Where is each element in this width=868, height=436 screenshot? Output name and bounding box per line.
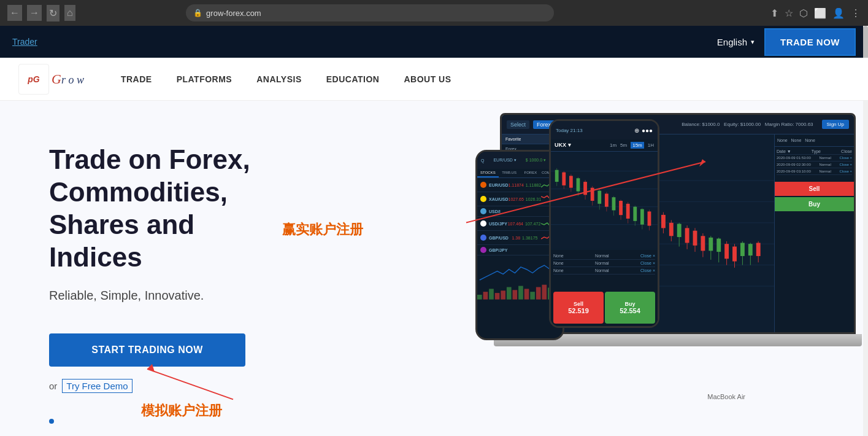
- nav-trade[interactable]: TRADE: [121, 74, 152, 84]
- tablet-mockup: Today 21:13 ⊕ ●●● UKX ▾ 1m 5m 15m 1H: [549, 119, 659, 328]
- chinese-demo-label: 模拟账户注册: [141, 402, 222, 420]
- nav-analysis[interactable]: ANALYSIS: [256, 74, 302, 84]
- svg-rect-71: [536, 287, 541, 300]
- tablet-buy-sell: Sell 52.519 Buy 52.554: [551, 289, 658, 326]
- svg-rect-37: [669, 223, 674, 236]
- svg-rect-61: [477, 295, 482, 300]
- forward-button[interactable]: →: [27, 5, 42, 21]
- svg-rect-51: [724, 244, 729, 259]
- share-icon[interactable]: ⬆: [770, 7, 778, 19]
- window-icon[interactable]: ⬜: [814, 7, 826, 19]
- trader-link[interactable]: Trader: [12, 37, 37, 47]
- svg-rect-91: [591, 188, 594, 201]
- reload-button[interactable]: ↻: [47, 5, 60, 21]
- svg-rect-41: [685, 228, 689, 243]
- current-pair: UKX ▾: [555, 142, 571, 149]
- svg-rect-45: [701, 236, 705, 251]
- right-panel: None None None Date ▼ Type Close 2020-09…: [774, 134, 854, 332]
- language-selector[interactable]: English ▾: [707, 32, 764, 52]
- tablet-buy-button[interactable]: Buy 52.554: [605, 292, 655, 324]
- hero-section: Trade on Forex, Commodities, Shares and …: [0, 101, 868, 436]
- logo-icon: pG: [18, 64, 49, 95]
- svg-rect-83: [562, 173, 566, 185]
- sign-in-btn[interactable]: Sign Up: [822, 120, 849, 129]
- star-icon[interactable]: ☆: [785, 7, 793, 19]
- url-text: grow-forex.com: [206, 9, 261, 18]
- balance-info: Balance: $1000.0 Equity: $1000.00 Margin…: [682, 122, 813, 127]
- profile-icon[interactable]: 👤: [832, 7, 845, 19]
- svg-rect-85: [569, 176, 573, 187]
- svg-rect-87: [577, 178, 580, 191]
- nav-links: TRADE PLATFORMS ANALYSIS EDUCATION ABOUT…: [121, 74, 451, 84]
- language-label: English: [717, 37, 747, 47]
- tab-stocks[interactable]: STOCKS: [477, 169, 499, 177]
- trade-now-button[interactable]: TRADE NOW: [764, 28, 856, 56]
- sell-buy-buttons: Sell Buy: [775, 182, 854, 211]
- or-text: or: [49, 381, 57, 391]
- menu-icon[interactable]: ⋮: [851, 7, 861, 19]
- svg-rect-95: [605, 193, 609, 206]
- hero-content: Trade on Forex, Commodities, Shares and …: [0, 119, 344, 417]
- svg-rect-97: [612, 197, 616, 210]
- tablet-top-bar: Today 21:13 ⊕ ●●●: [551, 121, 658, 139]
- pair-icon-gbp: [480, 235, 486, 241]
- svg-rect-62: [483, 292, 488, 299]
- svg-rect-55: [740, 243, 745, 256]
- main-nav: pG Gr o w TRADE PLATFORMS ANALYSIS EDUCA…: [0, 58, 868, 101]
- svg-rect-69: [524, 289, 529, 299]
- svg-rect-68: [518, 286, 523, 300]
- svg-rect-57: [748, 244, 753, 255]
- try-free-demo-link[interactable]: Try Free Demo: [62, 379, 132, 393]
- svg-rect-53: [732, 247, 737, 262]
- col-type: Type: [812, 149, 821, 154]
- pair-icon-jpy: [480, 220, 486, 227]
- svg-rect-39: [677, 224, 682, 238]
- pair-icon-xau: [480, 196, 486, 202]
- dot-1[interactable]: [49, 419, 54, 424]
- svg-rect-101: [626, 204, 630, 219]
- macbook-label: MacBook Air: [707, 393, 745, 400]
- buy-button[interactable]: Buy: [775, 197, 854, 211]
- tab-trib[interactable]: TRIB.US: [499, 169, 520, 177]
- top-bar: Trader English ▾ TRADE NOW: [0, 26, 868, 58]
- order-row-2: 2020-09-09 02:30:00 Normal Close ×: [777, 162, 852, 168]
- svg-rect-43: [693, 231, 697, 246]
- tablet-screen: Today 21:13 ⊕ ●●● UKX ▾ 1m 5m 15m 1H: [551, 121, 658, 326]
- tablet-orders: None Normal Close × None Normal Close × …: [551, 250, 658, 277]
- right-panel-header: None None None: [777, 137, 851, 144]
- home-button[interactable]: ⌂: [64, 5, 75, 21]
- hero-title: Trade on Forex, Commodities, Shares and …: [49, 144, 294, 273]
- sell-button[interactable]: Sell: [775, 182, 854, 196]
- devices-area: Select Forex Commodit.. Other Balance: $…: [439, 101, 868, 436]
- svg-rect-75: [551, 154, 658, 249]
- pagination-dots: [49, 419, 54, 424]
- svg-rect-107: [648, 211, 651, 225]
- svg-rect-47: [709, 238, 713, 251]
- svg-rect-93: [597, 191, 601, 204]
- tablet-sell-button[interactable]: Sell 52.519: [553, 292, 604, 324]
- order-row-3: 2020-09-09 03:10:00 Normal Close ×: [777, 168, 852, 175]
- svg-rect-49: [716, 239, 721, 252]
- address-bar[interactable]: 🔒 grow-forex.com: [186, 4, 554, 21]
- col-date: Date ▼: [777, 149, 791, 154]
- toolbar-select[interactable]: Select: [507, 120, 529, 129]
- extension-icon[interactable]: ⬡: [799, 7, 808, 19]
- logo[interactable]: pG Gr o w: [18, 64, 84, 95]
- svg-rect-81: [555, 170, 559, 182]
- nav-platforms[interactable]: PLATFORMS: [177, 74, 232, 84]
- tab-forex[interactable]: FOREX: [520, 169, 542, 177]
- tablet-order-1: None Normal Close ×: [553, 252, 655, 260]
- tablet-order-3: None Normal Close ×: [553, 267, 655, 274]
- svg-rect-99: [619, 201, 623, 215]
- svg-rect-103: [633, 207, 637, 221]
- hero-subtitle: Reliable, Simple, Innovative.: [49, 289, 294, 303]
- start-trading-button[interactable]: START TRADING NOW: [49, 333, 245, 367]
- svg-rect-64: [495, 293, 500, 300]
- pair-icon-usdi: [480, 208, 486, 214]
- back-button[interactable]: ←: [7, 5, 22, 21]
- tablet-chart-area: [551, 152, 658, 250]
- svg-rect-105: [640, 209, 644, 225]
- pair-icon-gbpjpy: [480, 247, 486, 253]
- nav-about-us[interactable]: ABOUT US: [404, 74, 451, 84]
- nav-education[interactable]: EDUCATION: [326, 74, 380, 84]
